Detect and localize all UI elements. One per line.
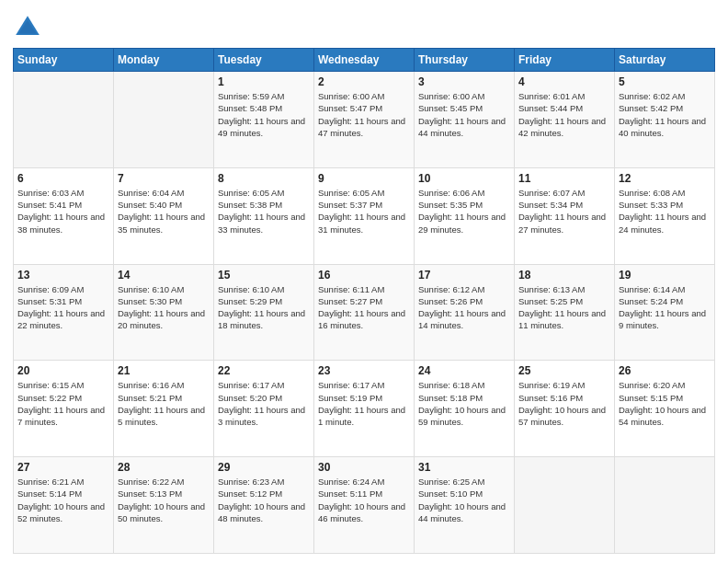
day-info: Sunrise: 6:03 AM Sunset: 5:41 PM Dayligh… [17,187,109,236]
calendar-cell: 2Sunrise: 6:00 AM Sunset: 5:47 PM Daylig… [314,72,415,168]
calendar-cell: 4Sunrise: 6:01 AM Sunset: 5:44 PM Daylig… [515,72,615,168]
day-number: 1 [218,75,310,88]
day-info: Sunrise: 6:14 AM Sunset: 5:24 PM Dayligh… [619,283,711,332]
calendar-cell: 26Sunrise: 6:20 AM Sunset: 5:15 PM Dayli… [615,361,715,457]
calendar-cell [615,457,715,554]
day-info: Sunrise: 6:01 AM Sunset: 5:44 PM Dayligh… [518,90,610,139]
day-info: Sunrise: 6:02 AM Sunset: 5:42 PM Dayligh… [619,90,711,139]
weekday-header: Friday [515,49,615,72]
day-info: Sunrise: 6:21 AM Sunset: 5:14 PM Dayligh… [17,476,109,524]
day-number: 2 [318,75,410,88]
day-info: Sunrise: 6:07 AM Sunset: 5:34 PM Dayligh… [518,187,610,236]
calendar-cell: 28Sunrise: 6:22 AM Sunset: 5:13 PM Dayli… [114,457,214,554]
weekday-header: Wednesday [314,49,415,72]
day-number: 13 [17,269,109,282]
calendar-cell: 3Sunrise: 6:00 AM Sunset: 5:45 PM Daylig… [415,72,515,168]
calendar-cell [14,72,114,168]
calendar-cell: 16Sunrise: 6:11 AM Sunset: 5:27 PM Dayli… [314,264,415,361]
calendar-cell: 1Sunrise: 5:59 AM Sunset: 5:48 PM Daylig… [214,72,314,168]
calendar-cell: 21Sunrise: 6:16 AM Sunset: 5:21 PM Dayli… [114,361,214,457]
day-number: 17 [418,269,510,282]
day-number: 8 [218,172,310,185]
calendar-week-row: 20Sunrise: 6:15 AM Sunset: 5:22 PM Dayli… [14,361,715,457]
calendar-cell: 7Sunrise: 6:04 AM Sunset: 5:40 PM Daylig… [114,167,214,264]
weekday-header: Saturday [615,49,715,72]
day-number: 11 [518,172,610,185]
calendar-cell: 24Sunrise: 6:18 AM Sunset: 5:18 PM Dayli… [415,361,515,457]
day-number: 6 [17,172,109,185]
day-number: 30 [318,461,410,474]
calendar-cell: 5Sunrise: 6:02 AM Sunset: 5:42 PM Daylig… [615,72,715,168]
day-info: Sunrise: 6:12 AM Sunset: 5:26 PM Dayligh… [418,283,510,332]
calendar-cell [114,72,214,168]
page: SundayMondayTuesdayWednesdayThursdayFrid… [0,0,728,563]
header [13,9,715,42]
day-info: Sunrise: 6:19 AM Sunset: 5:16 PM Dayligh… [518,379,610,428]
day-number: 27 [17,461,109,474]
calendar-week-row: 6Sunrise: 6:03 AM Sunset: 5:41 PM Daylig… [14,167,715,264]
calendar-cell: 13Sunrise: 6:09 AM Sunset: 5:31 PM Dayli… [14,264,114,361]
calendar-cell: 20Sunrise: 6:15 AM Sunset: 5:22 PM Dayli… [14,361,114,457]
day-info: Sunrise: 6:18 AM Sunset: 5:18 PM Dayligh… [418,379,510,428]
day-number: 5 [619,75,711,88]
calendar-cell: 8Sunrise: 6:05 AM Sunset: 5:38 PM Daylig… [214,167,314,264]
calendar-cell: 23Sunrise: 6:17 AM Sunset: 5:19 PM Dayli… [314,361,415,457]
day-number: 7 [118,172,210,185]
calendar-cell: 22Sunrise: 6:17 AM Sunset: 5:20 PM Dayli… [214,361,314,457]
day-info: Sunrise: 6:17 AM Sunset: 5:20 PM Dayligh… [218,379,310,428]
day-number: 3 [418,75,510,88]
day-info: Sunrise: 6:24 AM Sunset: 5:11 PM Dayligh… [318,476,410,524]
calendar-cell: 17Sunrise: 6:12 AM Sunset: 5:26 PM Dayli… [415,264,515,361]
day-info: Sunrise: 6:23 AM Sunset: 5:12 PM Dayligh… [218,476,310,524]
weekday-header: Tuesday [214,49,314,72]
calendar-cell: 14Sunrise: 6:10 AM Sunset: 5:30 PM Dayli… [114,264,214,361]
day-number: 14 [118,269,210,282]
weekday-header: Sunday [14,49,114,72]
day-info: Sunrise: 6:13 AM Sunset: 5:25 PM Dayligh… [518,283,610,332]
day-info: Sunrise: 6:25 AM Sunset: 5:10 PM Dayligh… [418,476,510,524]
calendar-cell: 12Sunrise: 6:08 AM Sunset: 5:33 PM Dayli… [615,167,715,264]
day-info: Sunrise: 6:15 AM Sunset: 5:22 PM Dayligh… [17,379,109,428]
day-number: 21 [118,364,210,377]
day-number: 22 [218,364,310,377]
calendar-cell: 31Sunrise: 6:25 AM Sunset: 5:10 PM Dayli… [415,457,515,554]
day-info: Sunrise: 6:22 AM Sunset: 5:13 PM Dayligh… [118,476,210,524]
weekday-header: Monday [114,49,214,72]
day-info: Sunrise: 6:05 AM Sunset: 5:38 PM Dayligh… [218,187,310,236]
day-info: Sunrise: 6:08 AM Sunset: 5:33 PM Dayligh… [619,187,711,236]
calendar-cell [515,457,615,554]
day-info: Sunrise: 6:04 AM Sunset: 5:40 PM Dayligh… [118,187,210,236]
day-number: 31 [418,461,510,474]
day-info: Sunrise: 6:20 AM Sunset: 5:15 PM Dayligh… [619,379,711,428]
calendar-cell: 10Sunrise: 6:06 AM Sunset: 5:35 PM Dayli… [415,167,515,264]
logo [13,13,46,42]
calendar-cell: 25Sunrise: 6:19 AM Sunset: 5:16 PM Dayli… [515,361,615,457]
calendar-cell: 30Sunrise: 6:24 AM Sunset: 5:11 PM Dayli… [314,457,415,554]
day-info: Sunrise: 6:06 AM Sunset: 5:35 PM Dayligh… [418,187,510,236]
calendar-cell: 18Sunrise: 6:13 AM Sunset: 5:25 PM Dayli… [515,264,615,361]
calendar-table: SundayMondayTuesdayWednesdayThursdayFrid… [13,48,715,554]
day-info: Sunrise: 6:11 AM Sunset: 5:27 PM Dayligh… [318,283,410,332]
calendar-cell: 27Sunrise: 6:21 AM Sunset: 5:14 PM Dayli… [14,457,114,554]
day-info: Sunrise: 6:00 AM Sunset: 5:45 PM Dayligh… [418,90,510,139]
calendar-week-row: 13Sunrise: 6:09 AM Sunset: 5:31 PM Dayli… [14,264,715,361]
day-info: Sunrise: 6:16 AM Sunset: 5:21 PM Dayligh… [118,379,210,428]
day-info: Sunrise: 5:59 AM Sunset: 5:48 PM Dayligh… [218,90,310,139]
day-info: Sunrise: 6:05 AM Sunset: 5:37 PM Dayligh… [318,187,410,236]
day-info: Sunrise: 6:10 AM Sunset: 5:30 PM Dayligh… [118,283,210,332]
day-number: 25 [518,364,610,377]
day-number: 28 [118,461,210,474]
calendar-header-row: SundayMondayTuesdayWednesdayThursdayFrid… [14,49,715,72]
calendar-cell: 15Sunrise: 6:10 AM Sunset: 5:29 PM Dayli… [214,264,314,361]
day-number: 10 [418,172,510,185]
logo-icon [13,13,42,42]
weekday-header: Thursday [415,49,515,72]
day-number: 20 [17,364,109,377]
day-number: 16 [318,269,410,282]
day-number: 29 [218,461,310,474]
calendar-cell: 19Sunrise: 6:14 AM Sunset: 5:24 PM Dayli… [615,264,715,361]
calendar-cell: 6Sunrise: 6:03 AM Sunset: 5:41 PM Daylig… [14,167,114,264]
day-number: 19 [619,269,711,282]
day-number: 12 [619,172,711,185]
calendar-cell: 11Sunrise: 6:07 AM Sunset: 5:34 PM Dayli… [515,167,615,264]
